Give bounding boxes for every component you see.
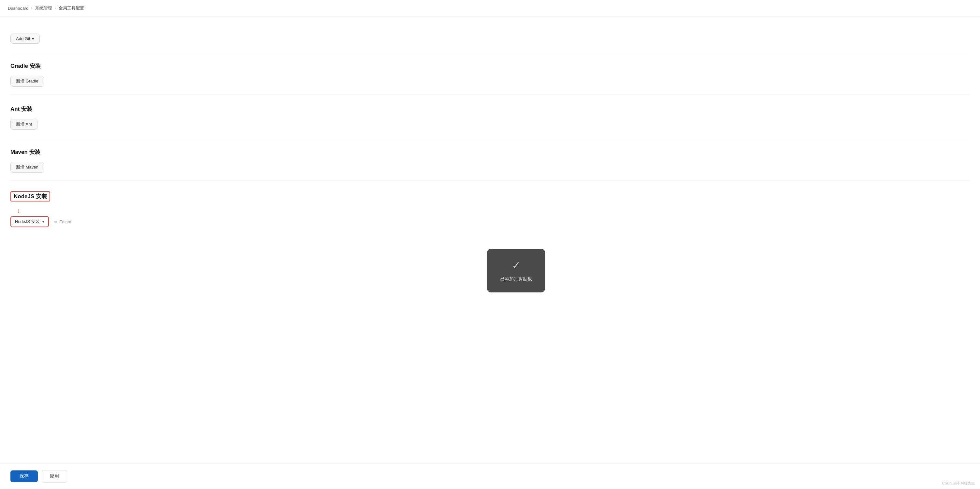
breadcrumb-current: 全局工具配置 [59,5,84,11]
breadcrumb-sep-2: › [55,6,56,10]
toast-check-icon: ✓ [512,259,520,272]
add-git-dropdown-icon: ▾ [32,36,34,41]
nodejs-select-label: NodeJS 安装 [15,219,40,225]
nodejs-row: NodeJS 安装 ▾ ✏ Edited [10,216,970,227]
nodejs-section: NodeJS 安装 ↓ NodeJS 安装 ▾ ✏ Edited [10,182,970,236]
page-wrapper: Dashboard › 系统管理 › 全局工具配置 Add Git ▾ Grad… [0,0,980,489]
main-content: Add Git ▾ Gradle 安装 新增 Gradle Ant 安装 新增 … [0,17,980,263]
nodejs-section-title: NodeJS 安装 [14,193,47,199]
edited-label-text: Edited [59,220,72,224]
ant-section: Ant 安装 新增 Ant [10,96,970,139]
toast-notification: ✓ 已添加到剪贴板 [487,249,545,292]
add-maven-label: 新增 Maven [16,164,38,170]
nodejs-select[interactable]: NodeJS 安装 ▾ [10,216,49,227]
toast-message: 已添加到剪贴板 [500,276,532,282]
arrow-indicator: ↓ [17,207,970,214]
add-ant-label: 新增 Ant [16,121,32,127]
add-maven-button[interactable]: 新增 Maven [10,162,44,173]
add-ant-button[interactable]: 新增 Ant [10,119,37,130]
breadcrumb-sep-1: › [31,6,33,10]
save-button[interactable]: 保存 [10,470,38,482]
breadcrumb: Dashboard › 系统管理 › 全局工具配置 [0,0,980,17]
edited-status: ✏ Edited [54,220,72,224]
ant-section-title: Ant 安装 [10,105,970,113]
chevron-down-icon: ▾ [42,220,44,224]
watermark: CSDN @不叫猫先生 [942,481,975,486]
edit-icon: ✏ [54,220,58,224]
breadcrumb-dashboard[interactable]: Dashboard [8,6,29,11]
add-git-button[interactable]: Add Git ▾ [10,33,40,44]
nodejs-section-title-box: NodeJS 安装 [10,191,50,201]
breadcrumb-system[interactable]: 系统管理 [35,5,52,11]
footer-actions: 保存 应用 [0,463,980,489]
apply-button[interactable]: 应用 [42,470,67,483]
git-section: Add Git ▾ [10,24,970,53]
gradle-section-title: Gradle 安装 [10,62,970,70]
maven-section-title: Maven 安装 [10,148,970,156]
maven-section: Maven 安装 新增 Maven [10,139,970,182]
add-git-label: Add Git [16,36,30,41]
gradle-section: Gradle 安装 新增 Gradle [10,53,970,96]
nodejs-title-row: NodeJS 安装 [10,191,970,201]
add-gradle-label: 新增 Gradle [16,78,38,84]
add-gradle-button[interactable]: 新增 Gradle [10,76,44,87]
